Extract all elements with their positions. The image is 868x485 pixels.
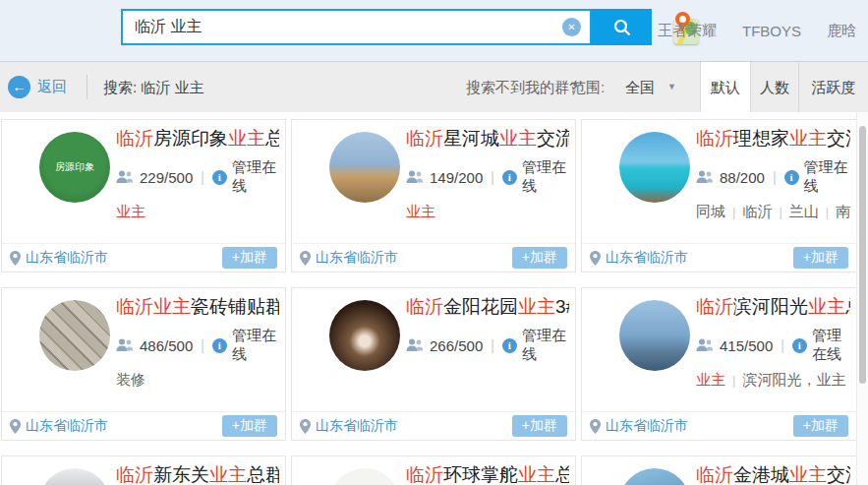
back-label: 返回 [37, 78, 67, 96]
card-footer: 山东省临沂市 +加群 [2, 411, 285, 440]
group-grid: 房源印象 临沂房源印象业主总群 229/500 | i 管理在线 业主 [0, 112, 868, 485]
card-footer: 山东省临沂市 +加群 [582, 411, 856, 440]
group-location[interactable]: 山东省临沂市 [26, 417, 108, 435]
info-icon: i [502, 338, 517, 353]
group-location[interactable]: 山东省临沂市 [316, 249, 398, 267]
group-avatar[interactable] [619, 132, 690, 203]
group-avatar[interactable] [329, 132, 400, 203]
tag[interactable]: 南坊 [836, 203, 850, 219]
avatar-logo-text: 房源印象 [55, 161, 94, 173]
tag[interactable]: 业主 [116, 203, 145, 219]
group-avatar[interactable] [329, 468, 400, 485]
group-location[interactable]: 山东省临沂市 [26, 249, 108, 267]
join-group-button[interactable]: +加群 [222, 415, 277, 437]
cant-find-group-link[interactable]: 搜索不到我的群? [466, 62, 577, 112]
join-group-button[interactable]: +加群 [793, 247, 848, 269]
join-group-button[interactable]: +加群 [222, 247, 277, 269]
group-info: 临沂星河城业主交流群 149/200 | i 管理在线 业主 [406, 126, 569, 221]
title-text: 金港城 [733, 464, 789, 485]
title-keyword: 临沂 [696, 296, 733, 317]
back-arrow-icon: ← [8, 76, 30, 98]
group-title[interactable]: 临沂业主瓷砖铺贴群 [116, 294, 279, 320]
title-text: 瓷砖铺贴群 [191, 296, 279, 317]
tag[interactable]: 业主 [406, 203, 435, 219]
title-text: 3# [555, 296, 569, 317]
group-info: 临沂房源印象业主总群 229/500 | i 管理在线 业主 [116, 126, 279, 221]
title-text: 环球掌舵 [443, 464, 518, 485]
group-title[interactable]: 临沂金阳花园业主3# [406, 294, 569, 320]
title-keyword: 临沂 [696, 464, 733, 485]
hot-word-link[interactable]: TFBOYS [742, 23, 801, 39]
chevron-down-icon[interactable]: ▼ [667, 62, 676, 112]
title-text: 金阳花园 [443, 296, 518, 317]
group-title[interactable]: 临沂星河城业主交流群 [406, 126, 569, 152]
tab-default[interactable]: 默认 [700, 62, 750, 112]
admin-status: 管理在线 [522, 327, 569, 364]
group-info: 临沂环球掌舵业主总群 [406, 462, 569, 485]
title-keyword: 业主 [209, 464, 247, 485]
title-keyword: 临沂 [116, 128, 153, 149]
member-count: 266/500 [430, 337, 483, 354]
clear-search-icon[interactable]: ✕ [562, 18, 581, 36]
group-card: 临沂理想家业主交流群 88/200 | i 管理在线 同城|临沂|兰山|南坊|理… [581, 119, 857, 273]
info-icon: i [502, 170, 517, 185]
tag[interactable]: 同城 [696, 203, 725, 219]
scrollbar-thumb[interactable] [859, 126, 866, 384]
group-avatar[interactable] [39, 300, 110, 371]
group-avatar[interactable] [329, 300, 400, 371]
search-button[interactable] [592, 9, 652, 45]
group-title[interactable]: 临沂理想家业主交流群 [696, 126, 850, 152]
tag[interactable]: 兰山 [789, 203, 819, 219]
location-pin-icon [10, 251, 21, 266]
group-title[interactable]: 临沂滨河阳光业主总群 [696, 294, 850, 320]
group-meta: 149/200 | i 管理在线 [406, 158, 569, 196]
group-info: 临沂滨河阳光业主总群 415/500 | i 管理在线 业主|滨河阳光，业主， [696, 294, 850, 390]
join-group-button[interactable]: +加群 [512, 247, 567, 269]
group-title[interactable]: 临沂金港城业主交流群 [696, 462, 850, 485]
group-title[interactable]: 临沂新东关业主总群 [116, 462, 279, 485]
title-text: 交流群 [827, 128, 850, 149]
card-footer: 山东省临沂市 +加群 [292, 243, 575, 272]
group-search-page: ✕ 王者荣耀 TFBOYS 鹿晗 ← 返回 搜索: 临沂 业主 搜索不到我的群?… [0, 0, 868, 485]
hot-word-link[interactable]: 王者荣耀 [658, 22, 717, 40]
group-avatar[interactable] [619, 300, 690, 371]
tab-member-count[interactable]: 人数 [750, 62, 798, 112]
group-card: 临沂滨河阳光业主总群 415/500 | i 管理在线 业主|滨河阳光，业主， [581, 287, 857, 441]
group-title[interactable]: 临沂房源印象业主总群 [116, 126, 279, 152]
group-location[interactable]: 山东省临沂市 [606, 417, 688, 435]
member-count: 229/500 [140, 169, 193, 186]
group-card: 临沂环球掌舵业主总群 [291, 455, 576, 485]
title-text: 理想家 [733, 128, 789, 149]
tag[interactable]: 装修 [116, 371, 145, 388]
hot-word-link[interactable]: 鹿晗 [827, 22, 856, 40]
join-group-button[interactable]: +加群 [512, 415, 567, 437]
location-pin-icon [300, 251, 311, 266]
tag[interactable]: 临沂 [742, 203, 772, 219]
toolbar-divider [87, 75, 87, 99]
group-location[interactable]: 山东省临沂市 [606, 249, 688, 267]
group-meta: 266/500 | i 管理在线 [406, 327, 569, 364]
search-input[interactable] [121, 9, 592, 45]
meta-divider: | [491, 337, 494, 353]
group-avatar[interactable] [39, 468, 110, 485]
group-title[interactable]: 临沂环球掌舵业主总群 [406, 462, 569, 485]
admin-status: 管理在线 [232, 158, 279, 196]
join-group-button[interactable]: +加群 [793, 415, 848, 437]
group-avatar[interactable]: 房源印象 [39, 132, 110, 203]
group-card: 临沂金港城业主交流群 [581, 455, 857, 485]
back-button[interactable]: ← 返回 [8, 62, 67, 112]
group-card: 房源印象 临沂房源印象业主总群 229/500 | i 管理在线 业主 [1, 119, 286, 273]
tag[interactable]: 业主 [696, 371, 725, 388]
location-pin-icon [590, 419, 601, 434]
group-avatar[interactable] [619, 468, 690, 485]
scope-select[interactable]: 全国 [625, 62, 655, 112]
title-keyword: 业主 [808, 296, 845, 317]
tag-divider: | [779, 205, 781, 219]
group-meta: 415/500 | i 管理在线 [696, 327, 850, 364]
group-location[interactable]: 山东省临沂市 [316, 417, 398, 435]
vertical-scrollbar[interactable] [856, 112, 868, 485]
card-footer: 山东省临沂市 +加群 [582, 243, 856, 272]
title-keyword: 临沂 [406, 128, 443, 149]
title-keyword: 业主 [789, 464, 827, 485]
tab-activity[interactable]: 活跃度 [798, 62, 868, 112]
